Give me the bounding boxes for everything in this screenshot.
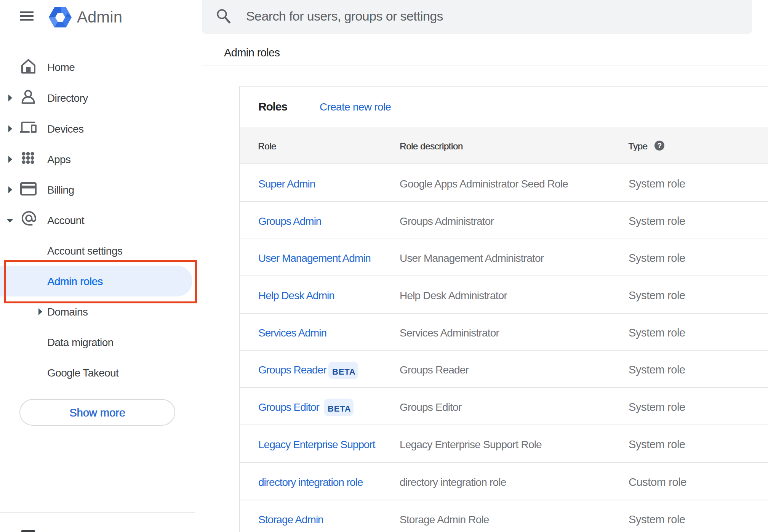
- svg-text:?: ?: [657, 141, 662, 150]
